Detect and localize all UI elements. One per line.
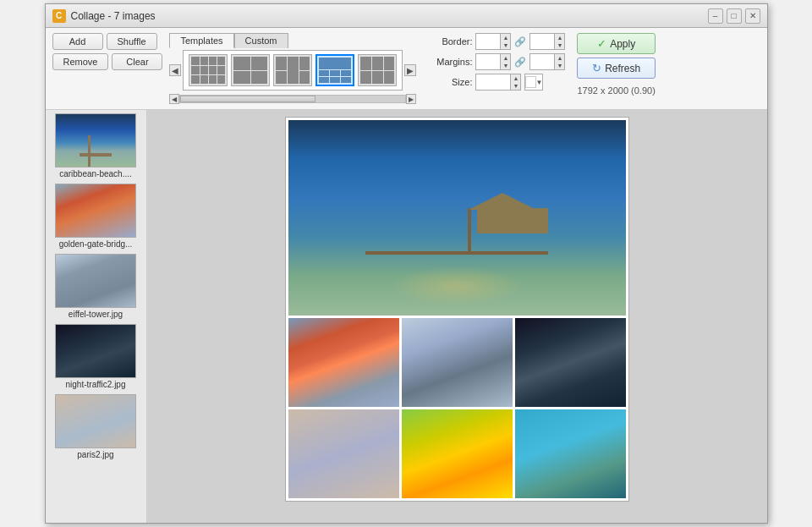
template-2[interactable] xyxy=(231,54,270,86)
apply-label: Apply xyxy=(610,38,635,50)
color-picker-button[interactable]: ▼ xyxy=(524,74,543,91)
margins-h-arrows: ▲ ▼ xyxy=(500,54,510,69)
margins-h-down[interactable]: ▼ xyxy=(500,62,510,69)
apply-button[interactable]: ✓ Apply xyxy=(577,33,655,54)
thumb-label-5: paris2.jpg xyxy=(77,450,113,459)
margins-v-input[interactable]: 4 xyxy=(530,54,554,69)
action-buttons-group: ✓ Apply ↻ Refresh xyxy=(577,33,655,79)
template-4[interactable] xyxy=(315,54,354,86)
template-prev-arrow[interactable]: ◀ xyxy=(169,64,181,76)
border-h-up[interactable]: ▲ xyxy=(500,34,510,41)
margins-label: Margins: xyxy=(430,57,472,67)
border-h-down[interactable]: ▼ xyxy=(500,41,510,49)
size-down[interactable]: ▼ xyxy=(510,82,520,90)
margins-link-icon: 🔗 xyxy=(514,57,526,68)
size-spinbox: 2000 ▲ ▼ xyxy=(475,74,521,91)
collage-cell-golden xyxy=(288,318,399,407)
margins-v-spinbox: 4 ▲ ▼ xyxy=(529,53,565,70)
template-next-arrow[interactable]: ▶ xyxy=(404,64,416,76)
list-item[interactable]: eiffel-tower.jpg xyxy=(53,254,138,319)
minimize-button[interactable]: – xyxy=(708,8,723,24)
border-v-spinbox: 4 ▲ ▼ xyxy=(529,33,565,50)
thumb-label-2: golden-gate-bridg... xyxy=(59,239,133,249)
scroll-right-arrow[interactable]: ▶ xyxy=(406,94,416,104)
list-item[interactable]: golden-gate-bridg... xyxy=(53,184,138,249)
collage-cell-pier xyxy=(288,120,626,316)
margins-v-up[interactable]: ▲ xyxy=(554,54,564,62)
collage-img-sunflower xyxy=(402,409,513,498)
list-item[interactable]: caribbean-beach.... xyxy=(53,113,138,178)
margins-h-up[interactable]: ▲ xyxy=(500,54,510,62)
apply-check-icon: ✓ xyxy=(597,37,606,50)
collage-cell-eiffel xyxy=(402,318,513,407)
collage-img-night xyxy=(515,318,626,407)
border-row: Border: 4 ▲ ▼ 🔗 4 ▲ ▼ xyxy=(430,33,565,50)
maximize-button[interactable]: □ xyxy=(727,8,742,24)
collage-cell-thailand xyxy=(515,409,626,498)
border-v-up[interactable]: ▲ xyxy=(554,34,564,41)
remove-button[interactable]: Remove xyxy=(52,53,109,70)
border-v-input[interactable]: 4 xyxy=(530,34,554,49)
size-label: Size: xyxy=(430,77,472,87)
title-bar-left: C Collage - 7 images xyxy=(52,9,156,23)
title-bar: C Collage - 7 images – □ ✕ xyxy=(46,4,767,28)
border-h-input[interactable]: 4 xyxy=(476,34,500,49)
thumb-golden-gate xyxy=(55,184,136,238)
thumb-night-traffic xyxy=(55,324,136,378)
template-grid xyxy=(183,50,403,91)
collage-canvas xyxy=(285,117,629,502)
collage-img-paris xyxy=(288,409,399,498)
margins-h-input[interactable]: 4 xyxy=(476,54,500,69)
shuffle-button[interactable]: Shuffle xyxy=(107,33,157,50)
canvas-area xyxy=(147,110,767,523)
template-nav: ◀ xyxy=(169,50,416,91)
image-list[interactable]: caribbean-beach.... golden-gate-bridg...… xyxy=(46,110,147,523)
template-1[interactable] xyxy=(189,54,228,86)
border-label: Border: xyxy=(430,36,472,47)
list-item[interactable]: night-traffic2.jpg xyxy=(53,324,138,389)
refresh-button[interactable]: ↻ Refresh xyxy=(577,58,655,79)
tab-row: Templates Custom xyxy=(169,33,416,48)
margins-row: Margins: 4 ▲ ▼ 🔗 4 ▲ ▼ xyxy=(430,53,565,70)
thumb-label-3: eiffel-tower.jpg xyxy=(69,310,123,319)
tab-templates[interactable]: Templates xyxy=(169,33,233,48)
template-scrollbar: ◀ ▶ xyxy=(169,94,416,104)
app-icon: C xyxy=(52,9,66,23)
color-dropdown-arrow: ▼ xyxy=(536,79,543,86)
collage-cell-sunflower xyxy=(402,409,513,498)
collage-img-golden xyxy=(288,318,399,407)
border-v-down[interactable]: ▼ xyxy=(554,41,564,49)
thumb-paris2 xyxy=(55,394,136,448)
border-v-arrows: ▲ ▼ xyxy=(554,34,564,49)
close-button[interactable]: ✕ xyxy=(745,8,760,24)
refresh-icon: ↻ xyxy=(592,62,601,74)
scroll-track[interactable] xyxy=(179,95,406,103)
margins-v-arrows: ▲ ▼ xyxy=(554,54,564,69)
action-area: ✓ Apply ↻ Refresh 1792 x 2000 (0.90) xyxy=(577,33,655,96)
size-input[interactable]: 2000 xyxy=(476,74,510,90)
collage-top-row xyxy=(288,120,626,316)
border-link-icon: 🔗 xyxy=(514,36,526,47)
margins-v-down[interactable]: ▼ xyxy=(554,62,564,69)
thumb-label-1: caribbean-beach.... xyxy=(59,169,132,178)
border-h-arrows: ▲ ▼ xyxy=(500,34,510,49)
window-title: Collage - 7 images xyxy=(71,10,156,22)
thumb-label-4: night-traffic2.jpg xyxy=(66,380,126,389)
template-5[interactable] xyxy=(358,54,397,86)
list-item[interactable]: paris2.jpg xyxy=(53,394,138,459)
main-area: caribbean-beach.... golden-gate-bridg...… xyxy=(46,110,767,523)
window-controls: – □ ✕ xyxy=(708,8,760,24)
templates-area: Templates Custom ◀ xyxy=(169,33,416,104)
template-3[interactable] xyxy=(273,54,312,86)
scroll-left-arrow[interactable]: ◀ xyxy=(169,94,179,104)
refresh-label: Refresh xyxy=(605,63,640,74)
size-row: Size: 2000 ▲ ▼ ▼ xyxy=(430,74,565,91)
tab-custom[interactable]: Custom xyxy=(234,33,288,48)
add-button[interactable]: Add xyxy=(52,33,103,50)
color-swatch xyxy=(525,76,535,88)
clear-button[interactable]: Clear xyxy=(112,53,162,70)
border-h-spinbox: 4 ▲ ▼ xyxy=(475,33,511,50)
thumb-caribbean xyxy=(55,113,136,167)
size-up[interactable]: ▲ xyxy=(510,74,520,82)
image-control-buttons: Add Shuffle Remove Clear xyxy=(52,33,163,70)
